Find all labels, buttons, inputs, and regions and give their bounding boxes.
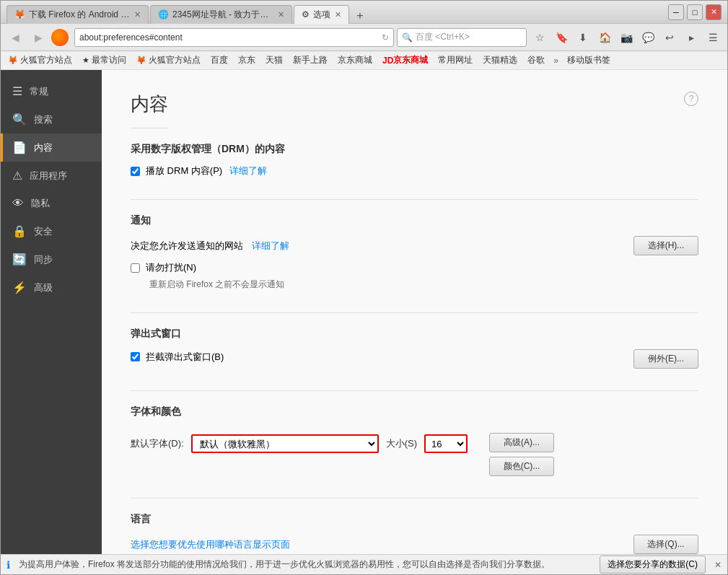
drm-checkbox[interactable] xyxy=(131,167,140,176)
popup-exception-button[interactable]: 例外(E)... xyxy=(633,349,698,369)
tab-1[interactable]: 🦊 下载 Firefox 的 Android 与… ✕ xyxy=(6,5,149,24)
download-icon[interactable]: ⬇ xyxy=(573,27,593,48)
notifications-dnd-checkbox[interactable] xyxy=(131,263,140,273)
status-bar: ℹ 为提高用户体验，Firefox 将发送部分功能的使用情况给我们，用于进一步优… xyxy=(1,554,727,574)
bookmark-baidu-label: 百度 xyxy=(211,54,228,66)
bookmark-newuser[interactable]: 新手上路 xyxy=(289,53,332,68)
divider-1 xyxy=(131,199,698,200)
forward-button[interactable]: ▶ xyxy=(28,27,48,48)
font-button-group: 高级(A)... 颜色(C)... xyxy=(489,433,554,476)
tab-3-icon: ⚙ xyxy=(302,9,310,19)
nav-icons: ☆ 🔖 ⬇ 🏠 📷 💬 ↩ ▸ ☰ xyxy=(530,27,723,48)
address-bar[interactable]: about:preferences#content ↻ xyxy=(74,28,394,47)
pocket-icon[interactable]: 💬 xyxy=(638,27,658,48)
sidebar-item-general[interactable]: ☰ 常规 xyxy=(1,77,102,105)
sidebar-item-privacy[interactable]: 👁 隐私 xyxy=(1,190,102,217)
bookmark-star-icon[interactable]: ☆ xyxy=(530,27,550,48)
sidebar-item-general-label: 常规 xyxy=(30,85,48,98)
bookmark-huohu2-label: 火狐官方站点 xyxy=(149,54,201,66)
bookmark-tmall[interactable]: 天猫 xyxy=(261,53,287,68)
bookmark-jdmall-label: 京东商城 xyxy=(338,54,372,66)
help-icon[interactable]: ? xyxy=(684,92,698,106)
bookmark-huohu2-icon: 🦊 xyxy=(136,56,146,65)
notifications-dnd-row: 请勿打扰(N) xyxy=(131,261,698,274)
maximize-button[interactable]: □ xyxy=(687,4,703,20)
close-button[interactable]: ✕ xyxy=(706,4,722,20)
bookmark-mobile[interactable]: 移动版书签 xyxy=(563,53,615,68)
tab-2-icon: 🌐 xyxy=(158,9,169,19)
title-bar: 🦊 下载 Firefox 的 Android 与… ✕ 🌐 2345网址导航 -… xyxy=(1,1,727,24)
menu-icon[interactable]: ☰ xyxy=(703,27,723,48)
bookmark-huohu2[interactable]: 🦊 火狐官方站点 xyxy=(132,53,205,68)
font-color-button[interactable]: 颜色(C)... xyxy=(489,457,554,476)
reload-icon[interactable]: ↻ xyxy=(382,32,389,43)
tab-2[interactable]: 🌐 2345网址导航 - 致力于打造… ✕ xyxy=(150,5,292,24)
main-area: ☰ 常规 🔍 搜索 📄 内容 ⚠ 应用程序 👁 隐私 🔒 安全 xyxy=(1,70,727,554)
drm-learn-more-link[interactable]: 详细了解 xyxy=(229,164,267,177)
bookmark-tmall2[interactable]: 天猫精选 xyxy=(478,53,522,68)
bookmark-jd[interactable]: 京东 xyxy=(234,53,260,68)
bookmark-jdmall[interactable]: 京东商城 xyxy=(333,53,377,68)
sidebar-item-security[interactable]: 🔒 安全 xyxy=(1,217,102,245)
status-close-icon[interactable]: ✕ xyxy=(714,560,722,570)
font-advanced-button[interactable]: 高级(A)... xyxy=(489,433,554,452)
language-section: 语言 选择您想要优先使用哪种语言显示页面 选择(Q)... xyxy=(131,513,698,554)
bookmark-more[interactable]: » xyxy=(551,54,561,67)
drm-section: 采用数字版权管理（DRM）的内容 播放 DRM 内容(P) 详细了解 xyxy=(131,143,698,177)
notifications-section-title: 通知 xyxy=(131,214,698,227)
sidebar-item-content-label: 内容 xyxy=(34,141,53,154)
bookmark-tmall-label: 天猫 xyxy=(266,54,283,66)
more-icon[interactable]: ▸ xyxy=(681,27,701,48)
sidebar-item-applications[interactable]: ⚠ 应用程序 xyxy=(1,162,102,190)
bookmark-google-label: 谷歌 xyxy=(527,54,545,66)
sidebar-item-advanced[interactable]: ⚡ 高级 xyxy=(1,273,102,302)
language-description-link[interactable]: 选择您想要优先使用哪种语言显示页面 xyxy=(131,538,633,551)
bookmark-huohu[interactable]: 🦊 火狐官方站点 xyxy=(4,53,76,68)
popup-checkbox[interactable] xyxy=(131,352,140,361)
page-title-row: 内容 ? xyxy=(131,92,698,143)
bookmark-baidu[interactable]: 百度 xyxy=(206,53,232,68)
size-select[interactable]: 16 12 14 18 20 xyxy=(424,434,468,453)
screenshot-icon[interactable]: 📷 xyxy=(616,27,636,48)
tab-3-close[interactable]: ✕ xyxy=(335,10,341,19)
tab-1-icon: 🦊 xyxy=(14,9,25,19)
bookmark-google[interactable]: 谷歌 xyxy=(523,53,549,68)
font-label: 默认字体(D): xyxy=(131,437,184,450)
divider-2 xyxy=(131,312,698,313)
back-button[interactable]: ◀ xyxy=(5,27,25,48)
tab-bar: 🦊 下载 Firefox 的 Android 与… ✕ 🌐 2345网址导航 -… xyxy=(6,1,662,24)
tab-2-close[interactable]: ✕ xyxy=(278,10,284,19)
tab-1-close[interactable]: ✕ xyxy=(134,10,141,19)
bookmark-common-label: 常用网址 xyxy=(438,54,473,66)
bookmark-recent-icon: ★ xyxy=(82,56,89,65)
bookmark-list-icon[interactable]: 🔖 xyxy=(551,27,571,48)
bookmark-tmall2-label: 天猫精选 xyxy=(483,54,517,66)
sidebar-item-advanced-label: 高级 xyxy=(34,281,53,294)
sidebar-item-sync[interactable]: 🔄 同步 xyxy=(1,245,102,273)
status-share-button[interactable]: 选择您要分享的数据(C) xyxy=(600,556,706,574)
popup-checkbox-row: 拦截弹出式窗口(B) xyxy=(131,351,633,364)
bookmark-recent[interactable]: ★ 最常访问 xyxy=(78,53,131,68)
notifications-learn-more-link[interactable]: 详细了解 xyxy=(252,240,289,251)
sidebar-item-content[interactable]: 📄 内容 xyxy=(1,133,102,162)
bookmark-jdmall2[interactable]: JD 京东商城 xyxy=(378,53,432,68)
sidebar-item-search[interactable]: 🔍 搜索 xyxy=(1,105,102,133)
new-tab-button[interactable]: + xyxy=(351,8,369,24)
tab-3[interactable]: ⚙ 选项 ✕ xyxy=(294,5,349,24)
search-bar[interactable]: 🔍 百度 <Ctrl+K> xyxy=(397,28,527,47)
bookmark-huohu-icon: 🦊 xyxy=(8,56,18,65)
font-select[interactable]: 默认（微软雅黑） xyxy=(191,434,379,453)
search-placeholder: 百度 <Ctrl+K> xyxy=(416,31,470,43)
notifications-select-button[interactable]: 选择(H)... xyxy=(633,236,698,255)
language-select-button[interactable]: 选择(Q)... xyxy=(633,535,698,554)
back-history-icon[interactable]: ↩ xyxy=(659,27,680,48)
bookmark-common[interactable]: 常用网址 xyxy=(434,53,477,68)
bookmark-huohu-label: 火狐官方站点 xyxy=(20,54,72,66)
minimize-button[interactable]: ─ xyxy=(668,4,684,20)
bookmark-jdmall2-label: 京东商城 xyxy=(393,54,428,66)
popup-checkbox-label: 拦截弹出式窗口(B) xyxy=(146,351,224,364)
bookmark-recent-label: 最常访问 xyxy=(92,54,126,66)
page-title: 内容 xyxy=(131,92,168,128)
home-icon[interactable]: 🏠 xyxy=(595,27,615,48)
status-text: 为提高用户体验，Firefox 将发送部分功能的使用情况给我们，用于进一步优化火… xyxy=(19,558,594,571)
